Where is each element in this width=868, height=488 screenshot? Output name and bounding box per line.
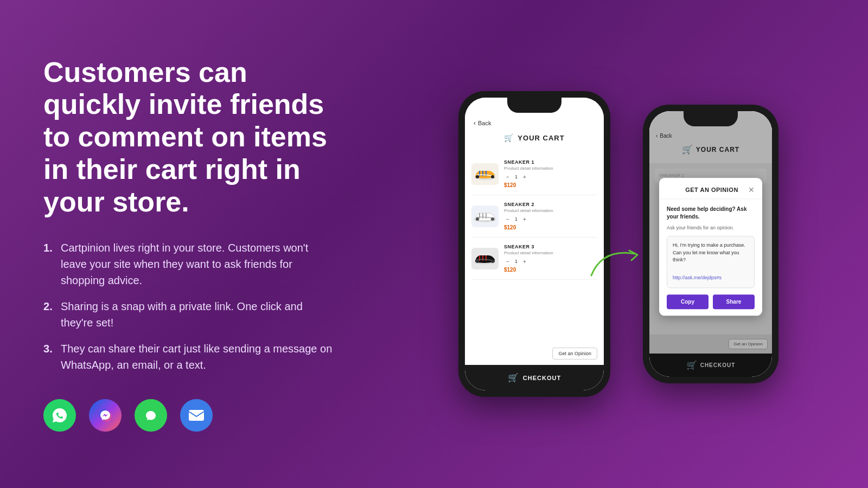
cart-icon-1: 🛒 xyxy=(504,133,513,142)
email-icon[interactable] xyxy=(180,399,213,432)
qty-plus-3[interactable]: + xyxy=(521,258,528,265)
modal-title: GET AN OPINION xyxy=(675,187,748,193)
get-opinion-button-1[interactable]: Get an Opinion xyxy=(552,348,597,359)
qty-val-2: 1 xyxy=(515,216,518,222)
qty-minus-2[interactable]: − xyxy=(504,215,512,223)
qty-minus-1[interactable]: − xyxy=(504,173,512,181)
qty-plus-2[interactable]: + xyxy=(521,215,528,223)
back-chevron-icon: ‹ xyxy=(474,119,476,127)
cart-item-3-details: SNEAKER 3 Product detail information − 1… xyxy=(504,244,597,273)
sneaker-3-svg xyxy=(472,250,498,267)
opinion-modal: GET AN OPINION ✕ Need some help deciding… xyxy=(659,178,762,316)
sneaker-1-svg xyxy=(472,165,498,183)
svg-point-11 xyxy=(491,260,494,263)
cart-item-1: SNEAKER 1 Product detail information − 1… xyxy=(471,153,597,195)
messenger-icon[interactable] xyxy=(89,399,122,432)
cart-item-2-details: SNEAKER 2 Product detail information − 1… xyxy=(504,202,597,230)
qty-val-3: 1 xyxy=(515,259,518,264)
svg-rect-2 xyxy=(189,410,204,421)
cart-checkout-icon-1: 🛒 xyxy=(508,373,519,383)
phone-1-notch xyxy=(507,98,561,113)
phone-2: ‹ Back 🛒 YOUR CART SNEAKER 1 G xyxy=(643,105,778,383)
sneaker-3-image xyxy=(471,248,499,269)
phone-1-content: ‹ Back 🛒 YOUR CART xyxy=(465,98,604,390)
checkout-label-1: CHECKOUT xyxy=(523,375,561,381)
modal-buttons: Copy Share xyxy=(667,294,755,309)
phone-1: ‹ Back 🛒 YOUR CART xyxy=(458,91,610,397)
feature-list: Cartpinion lives right in your store. Cu… xyxy=(43,240,336,373)
cart-item-2-name: SNEAKER 2 xyxy=(504,202,597,207)
phone-1-screen: ‹ Back 🛒 YOUR CART xyxy=(465,98,604,390)
svg-point-5 xyxy=(491,175,494,178)
cart-item-3-qty: − 1 + xyxy=(504,258,597,265)
qty-minus-3[interactable]: − xyxy=(504,258,512,265)
feature-item-3: They can share their cart just like send… xyxy=(43,341,336,373)
qty-val-1: 1 xyxy=(515,174,518,179)
feature-item-1: Cartpinion lives right in your store. Cu… xyxy=(43,240,336,288)
qty-plus-1[interactable]: + xyxy=(521,173,528,181)
feature-item-2: Sharing is a snap with a private link. O… xyxy=(43,298,336,331)
modal-copy-button[interactable]: Copy xyxy=(667,294,709,309)
modal-body: Need some help deciding? Ask your friend… xyxy=(659,199,762,316)
sneaker-2-svg xyxy=(472,208,498,225)
cart-item-2-desc: Product detail information xyxy=(504,208,597,213)
phone-1-title-row: 🛒 YOUR CART xyxy=(474,129,595,146)
cart-item-1-qty: − 1 + xyxy=(504,173,597,181)
cart-item-1-price: $120 xyxy=(504,182,597,188)
cart-item-3-price: $120 xyxy=(504,267,597,273)
modal-link: http://ask.me/dejdps#s xyxy=(673,274,749,282)
imessage-icon[interactable] xyxy=(135,399,167,432)
modal-message: Hi, I'm trying to make a purchase. Can y… xyxy=(667,236,755,288)
sneaker-2-image xyxy=(471,206,499,227)
svg-point-10 xyxy=(476,260,479,263)
modal-close-button[interactable]: ✕ xyxy=(748,185,755,194)
modal-message-text: Hi, I'm trying to make a purchase. Can y… xyxy=(673,242,745,262)
right-panel: ‹ Back 🛒 YOUR CART xyxy=(369,80,868,408)
sneaker-1-image xyxy=(471,163,499,185)
modal-desc: Ask your friends for an opinion. xyxy=(667,225,755,230)
modal-subtitle: Need some help deciding? Ask your friend… xyxy=(667,206,755,221)
phone-1-cart-title: YOUR CART xyxy=(518,134,564,142)
whatsapp-icon[interactable] xyxy=(43,399,76,432)
social-icons-row xyxy=(43,399,336,432)
checkout-bar-1[interactable]: 🛒 CHECKOUT xyxy=(465,365,604,390)
phone-1-items: SNEAKER 1 Product detail information − 1… xyxy=(465,153,604,342)
cart-item-3-name: SNEAKER 3 xyxy=(504,244,597,249)
cart-item-2-price: $120 xyxy=(504,224,597,230)
phone-1-back-nav[interactable]: ‹ Back xyxy=(474,119,595,127)
headline: Customers can quickly invite friends to … xyxy=(43,56,336,219)
phone-1-back-label: Back xyxy=(478,120,491,126)
cart-item-1-details: SNEAKER 1 Product detail information − 1… xyxy=(504,159,597,188)
svg-point-7 xyxy=(476,217,479,221)
cart-item-3-desc: Product detail information xyxy=(504,251,597,255)
cart-item-1-name: SNEAKER 1 xyxy=(504,159,597,165)
cart-item-2: SNEAKER 2 Product detail information − 1… xyxy=(471,195,597,237)
modal-share-button[interactable]: Share xyxy=(713,294,755,309)
modal-header: GET AN OPINION ✕ xyxy=(659,178,762,199)
svg-point-8 xyxy=(491,217,494,221)
cart-item-3: SNEAKER 3 Product detail information − 1… xyxy=(471,237,597,280)
cart-item-2-qty: − 1 + xyxy=(504,215,597,223)
cart-item-1-desc: Product detail information xyxy=(504,166,597,171)
svg-point-4 xyxy=(476,175,479,178)
phone-2-notch xyxy=(684,111,738,126)
get-opinion-bar-1: Get an Opinion xyxy=(465,342,604,365)
phone-2-screen: ‹ Back 🛒 YOUR CART SNEAKER 1 G xyxy=(649,111,772,377)
left-panel: Customers can quickly invite friends to … xyxy=(0,24,369,465)
